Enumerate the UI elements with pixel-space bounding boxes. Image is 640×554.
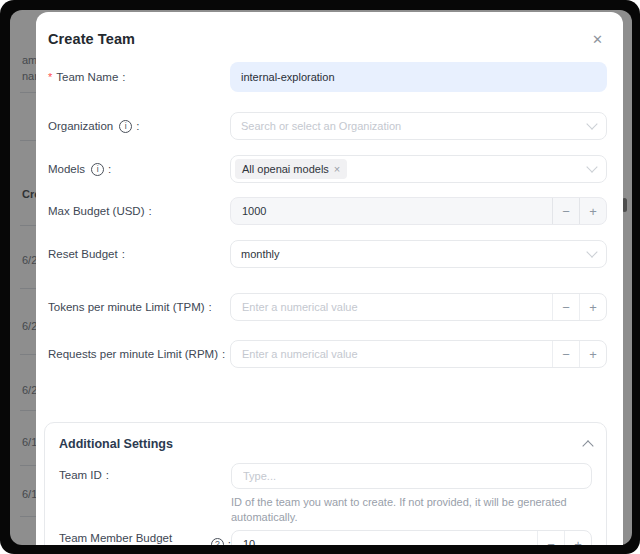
chevron-up-icon bbox=[582, 440, 593, 451]
background-text-fragment: 6/1 bbox=[22, 488, 37, 500]
create-team-modal: Create Team ✕ * Team Name : Organization… bbox=[36, 12, 623, 545]
info-icon: i bbox=[91, 163, 104, 176]
field-row-max-budget: Max Budget (USD) : − + bbox=[48, 197, 607, 225]
team-member-budget-label: Team Member Budget (USD) ? : bbox=[59, 532, 231, 545]
max-budget-stepper: − + bbox=[230, 197, 607, 225]
organization-placeholder: Search or select an Organization bbox=[241, 120, 401, 132]
rpm-input[interactable] bbox=[231, 341, 552, 367]
close-icon[interactable]: ✕ bbox=[588, 33, 607, 46]
field-row-team-member-budget: Team Member Budget (USD) ? : − + bbox=[59, 530, 592, 545]
decrement-button[interactable]: − bbox=[552, 198, 579, 224]
background-text-fragment: 6/1 bbox=[22, 436, 37, 448]
field-row-reset-budget: Reset Budget : monthly bbox=[48, 240, 607, 268]
modal-title: Create Team bbox=[48, 31, 135, 47]
model-tag: All openai models × bbox=[235, 159, 347, 179]
rpm-label: Requests per minute Limit (RPM) : bbox=[48, 348, 230, 360]
background-text-fragment: 6/2 bbox=[22, 254, 37, 266]
modal-header: Create Team ✕ bbox=[48, 28, 607, 50]
field-row-rpm: Requests per minute Limit (RPM) : − + bbox=[48, 340, 607, 368]
additional-settings-title: Additional Settings bbox=[59, 437, 173, 451]
background-text-fragment: 6/2 bbox=[22, 384, 37, 396]
field-row-organization: Organization i : Search or select an Org… bbox=[48, 112, 607, 140]
organization-label: Organization i : bbox=[48, 120, 230, 133]
increment-button[interactable]: + bbox=[579, 198, 606, 224]
window-frame: am nar Cre 6/2 6/2 6/2 6/1 6/1 Create Te… bbox=[0, 0, 640, 554]
team-id-label: Team ID : bbox=[59, 463, 231, 481]
decrement-button[interactable]: − bbox=[552, 341, 579, 367]
background-text-fragment: am bbox=[22, 54, 37, 66]
additional-settings-header[interactable]: Additional Settings bbox=[59, 435, 592, 453]
team-member-budget-input[interactable] bbox=[232, 531, 537, 545]
increment-button[interactable]: + bbox=[564, 531, 591, 545]
chevron-down-icon bbox=[586, 118, 597, 129]
info-icon: i bbox=[119, 120, 132, 133]
question-icon: ? bbox=[211, 538, 224, 546]
reset-budget-value: monthly bbox=[241, 248, 280, 260]
team-name-label: * Team Name : bbox=[48, 71, 230, 83]
field-row-tpm: Tokens per minute Limit (TPM) : − + bbox=[48, 293, 607, 321]
max-budget-label: Max Budget (USD) : bbox=[48, 205, 230, 217]
decrement-button[interactable]: − bbox=[537, 531, 564, 545]
increment-button[interactable]: + bbox=[579, 341, 606, 367]
reset-budget-select[interactable]: monthly bbox=[230, 240, 607, 268]
remove-tag-icon[interactable]: × bbox=[334, 163, 340, 175]
max-budget-input[interactable] bbox=[231, 198, 552, 224]
models-select[interactable]: All openai models × bbox=[230, 155, 607, 183]
team-id-help-text: ID of the team you want to create. If no… bbox=[231, 495, 592, 525]
chevron-down-icon bbox=[586, 161, 597, 172]
models-label: Models i : bbox=[48, 163, 230, 176]
field-row-team-id: Team ID : ID of the team you want to cre… bbox=[59, 463, 592, 525]
chevron-down-icon bbox=[586, 246, 597, 257]
field-row-team-name: * Team Name : bbox=[48, 62, 607, 92]
tpm-stepper: − + bbox=[230, 293, 607, 321]
tpm-label: Tokens per minute Limit (TPM) : bbox=[48, 301, 230, 313]
required-asterisk: * bbox=[48, 71, 52, 83]
organization-select[interactable]: Search or select an Organization bbox=[230, 112, 607, 140]
tpm-input[interactable] bbox=[231, 294, 552, 320]
additional-settings-panel: Additional Settings Team ID : ID of the … bbox=[44, 422, 607, 545]
background-text-fragment: 6/2 bbox=[22, 320, 37, 332]
team-member-budget-stepper: − + bbox=[231, 530, 592, 545]
team-id-input[interactable] bbox=[231, 463, 592, 489]
increment-button[interactable]: + bbox=[579, 294, 606, 320]
field-row-models: Models i : All openai models × bbox=[48, 155, 607, 183]
reset-budget-label: Reset Budget : bbox=[48, 248, 230, 260]
team-name-input[interactable] bbox=[230, 62, 607, 92]
rpm-stepper: − + bbox=[230, 340, 607, 368]
decrement-button[interactable]: − bbox=[552, 294, 579, 320]
